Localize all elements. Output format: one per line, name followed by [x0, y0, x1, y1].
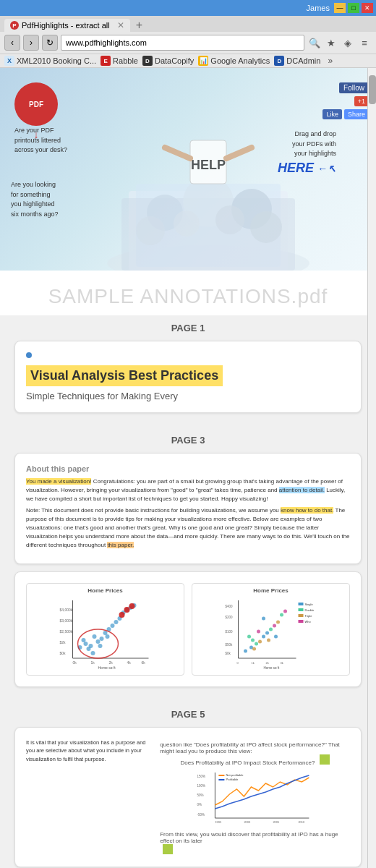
about-paper-title: About this paper — [26, 464, 350, 473]
svg-point-31 — [82, 638, 86, 642]
scrollbar[interactable] — [367, 68, 376, 868]
svg-text:2k: 2k — [266, 661, 269, 665]
forward-icon: › — [30, 38, 33, 48]
social-buttons: Follow +1 Like Share — [322, 82, 369, 119]
svg-text:$200: $200 — [226, 616, 234, 619]
svg-point-77 — [258, 640, 262, 644]
page1-highlight-title: Visual Analysis Best Practices — [26, 365, 223, 386]
svg-text:-50%: -50% — [197, 813, 205, 817]
svg-point-89 — [252, 647, 256, 651]
bookmark-rabble-icon: E — [101, 56, 111, 66]
svg-text:$2k: $2k — [60, 640, 67, 644]
page5-left-paragraph: It is vital that your visualization has … — [26, 739, 153, 763]
extension-icon[interactable]: ◈ — [341, 35, 355, 50]
here-arrows: ←↖ — [317, 163, 336, 174]
highlight-know: know how to do that. — [281, 507, 333, 514]
svg-rect-68 — [299, 614, 304, 617]
svg-rect-64 — [299, 603, 304, 605]
svg-point-72 — [244, 650, 247, 653]
scroll-thumb[interactable] — [369, 75, 376, 104]
window-controls[interactable]: — □ ✕ — [334, 3, 373, 13]
chart1-scatter: $4,000k $3,000k $2,500k $2k $0k 0k 1k 2k… — [30, 597, 180, 669]
svg-text:Triple: Triple — [305, 614, 313, 618]
page5-label: PAGE 5 — [14, 709, 362, 720]
gplus-button[interactable]: +1 — [354, 96, 369, 106]
svg-point-35 — [100, 637, 104, 641]
hero-left-text2: Are you looking for something you highli… — [11, 180, 59, 219]
refresh-button[interactable]: ↻ — [42, 35, 58, 51]
highlight-paper: this paper. — [107, 542, 134, 548]
bookmark-rabble[interactable]: E Rabble — [101, 56, 138, 66]
follow-badge[interactable]: Follow — [339, 82, 369, 93]
bookmark-xml[interactable]: X XML2010 Booking C... — [4, 56, 96, 66]
svg-text:$3,000k: $3,000k — [60, 618, 73, 623]
svg-text:$400: $400 — [226, 605, 234, 608]
forward-button[interactable]: › — [23, 35, 39, 51]
page3-paragraph1: You made a visualization! Congratulation… — [26, 477, 350, 503]
bookmark-dc-icon: D — [274, 56, 284, 66]
close-button[interactable]: ✕ — [362, 3, 373, 13]
maximize-button[interactable]: □ — [348, 3, 359, 13]
address-bar[interactable] — [61, 35, 304, 51]
page1-card: Visual Analysis Best Practices Simple Te… — [14, 341, 362, 413]
bookmark-ga[interactable]: 📊 Google Analytics — [198, 56, 270, 66]
svg-text:1995: 1995 — [215, 820, 223, 824]
bookmark-datacopify[interactable]: D DataCopify — [142, 56, 194, 66]
bookmark-xml-icon: X — [4, 56, 14, 66]
share-button[interactable]: Share — [344, 109, 369, 119]
svg-text:2005: 2005 — [273, 820, 281, 824]
bookmark-dcadmin[interactable]: D DCAdmin — [274, 56, 320, 66]
menu-icon[interactable]: ≡ — [357, 35, 372, 50]
highlight-attention: attention to detail. — [279, 487, 325, 493]
svg-text:Not-profitable: Not-profitable — [226, 773, 244, 777]
page1-dot — [26, 352, 32, 358]
svg-point-85 — [267, 639, 270, 642]
svg-text:2000: 2000 — [244, 820, 252, 824]
tab-favicon: P — [10, 21, 19, 30]
svg-point-39 — [111, 624, 115, 628]
page3-label: PAGE 3 — [14, 435, 362, 446]
svg-point-47 — [98, 644, 103, 648]
page1-section: PAGE 1 Visual Analysis Best Practices Si… — [0, 315, 376, 427]
chart2-wrapper: Home Prices $400 $200 $100 $50k $0k 0 1k — [192, 583, 350, 676]
bookmarks-more-icon[interactable]: » — [328, 56, 333, 66]
back-button[interactable]: ‹ — [4, 35, 20, 51]
svg-text:50%: 50% — [197, 793, 204, 797]
svg-point-80 — [273, 624, 276, 628]
logo-circle: PDF — [14, 82, 58, 126]
svg-text:4k: 4k — [127, 660, 132, 665]
page5-inner: It is vital that your visualization has … — [26, 739, 350, 856]
active-tab[interactable]: P PdfHighlights - extract all ✕ — [4, 19, 130, 32]
bookmark-data-label: DataCopify — [155, 56, 194, 65]
chart1-wrapper: Home Prices $4,000k $3,000k $2,500k $2k … — [26, 583, 184, 676]
hero-left-text: Are your PDF printouts littered across y… — [14, 126, 67, 156]
new-tab-button[interactable]: + — [136, 19, 142, 32]
tab-title: PdfHighlights - extract all — [22, 21, 110, 30]
page3-paragraph2: Note: This document does not provide bas… — [26, 506, 350, 550]
svg-point-40 — [114, 620, 119, 624]
page3-text-card: About this paper You made a visualizatio… — [14, 453, 362, 564]
minimize-button[interactable]: — — [334, 3, 346, 13]
svg-point-32 — [93, 634, 97, 639]
svg-point-86 — [274, 635, 278, 639]
svg-text:1k: 1k — [91, 660, 95, 665]
svg-text:Home sq ft: Home sq ft — [264, 666, 281, 669]
bookmark-ga-label: Google Analytics — [210, 56, 270, 65]
search-icon[interactable]: 🔍 — [307, 35, 322, 50]
star-icon[interactable]: ★ — [324, 35, 338, 50]
charts-container: Home Prices $4,000k $3,000k $2,500k $2k … — [26, 583, 350, 676]
svg-text:$0k: $0k — [226, 652, 231, 655]
svg-text:Double: Double — [305, 608, 315, 612]
svg-text:Profitable: Profitable — [226, 778, 239, 781]
tab-close-icon[interactable]: ✕ — [117, 20, 124, 30]
svg-text:2k: 2k — [109, 660, 114, 665]
hero-text2-line2: for something — [11, 190, 59, 200]
svg-text:Home sq ft: Home sq ft — [98, 665, 116, 669]
like-button[interactable]: Like — [322, 109, 342, 119]
chart2-scatter: $400 $200 $100 $50k $0k 0 1k 2k 3k Home … — [196, 597, 346, 669]
page5-chart-title-text: Does Profitability at IPO Impact Stock P… — [181, 760, 315, 766]
svg-text:Who: Who — [305, 620, 312, 624]
tab-bar: P PdfHighlights - extract all ✕ + — [0, 16, 376, 32]
title-bar: James — □ ✕ — [0, 0, 376, 16]
page5-left-text: It is vital that your visualization has … — [26, 739, 153, 856]
